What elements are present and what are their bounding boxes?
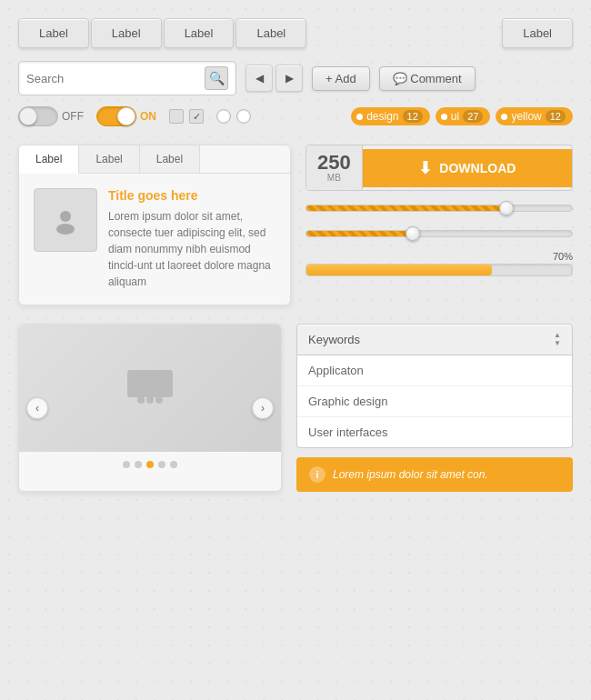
- slider-1[interactable]: [306, 200, 573, 216]
- tab-4[interactable]: Label: [235, 18, 306, 48]
- card-tab-1[interactable]: Label: [19, 145, 79, 174]
- card-body-text: Lorem ipsum dolor sit amet, consecte tue…: [108, 208, 275, 290]
- download-label: DOWNLOAD: [439, 161, 516, 175]
- radio-1[interactable]: [216, 109, 231, 124]
- slider-2-track: [306, 230, 573, 237]
- toggle-on[interactable]: ON: [96, 106, 156, 126]
- toggle-on-track[interactable]: [96, 106, 136, 126]
- toggle-on-label: ON: [140, 110, 156, 123]
- tag-dot: [356, 114, 363, 120]
- card-tab-2[interactable]: Label: [79, 145, 139, 173]
- tags-row: design 12 ui 27 yellow 12: [351, 107, 573, 125]
- checkbox-unchecked[interactable]: [169, 109, 184, 124]
- dropdown-arrows-icon: ▲ ▼: [554, 332, 561, 347]
- tag-label: ui: [451, 110, 459, 123]
- toggle-off-label: OFF: [62, 110, 84, 123]
- carousel-dot-4[interactable]: [158, 461, 165, 468]
- controls-row: OFF ON ✓ design 12: [18, 106, 573, 126]
- tag-label: design: [366, 110, 398, 123]
- dropdown-header[interactable]: Keywords ▲ ▼: [296, 324, 573, 355]
- arrow-down-icon: ▼: [554, 340, 561, 347]
- card-tab-3[interactable]: Label: [140, 145, 200, 173]
- tab-1[interactable]: Label: [18, 18, 89, 48]
- radio-2[interactable]: [236, 109, 251, 124]
- tag-count: 12: [546, 110, 566, 123]
- carousel-dot-5[interactable]: [170, 461, 177, 468]
- svg-point-3: [137, 396, 145, 404]
- tab-3[interactable]: Label: [164, 18, 235, 48]
- comment-button[interactable]: 💬 Comment: [379, 66, 476, 91]
- slider-1-thumb[interactable]: [499, 201, 514, 215]
- tag-design[interactable]: design 12: [351, 107, 430, 125]
- bottom-section: ‹ › Keywords ▲ ▼ Applicaton Graphic: [18, 324, 573, 492]
- download-size-number: 250: [317, 153, 351, 173]
- slider-2[interactable]: [306, 225, 573, 242]
- progress-fill: [306, 265, 492, 275]
- info-bar: i Lorem ipsum dolor sit amet con.: [296, 457, 573, 492]
- download-panel: 250 MB ⬇ DOWNLOAD: [306, 145, 573, 305]
- search-icon-button[interactable]: 🔍: [205, 66, 228, 90]
- dropdown-item-3[interactable]: User interfaces: [297, 417, 572, 447]
- download-box: 250 MB ⬇ DOWNLOAD: [306, 145, 573, 191]
- slider-2-thumb[interactable]: [406, 226, 420, 241]
- image-carousel: ‹ ›: [18, 324, 282, 492]
- dropdown-item-2[interactable]: Graphic design: [297, 386, 572, 417]
- toggle-off-track[interactable]: [18, 106, 58, 126]
- search-input[interactable]: [26, 72, 205, 85]
- info-icon: i: [309, 466, 326, 483]
- tag-count: 12: [403, 110, 423, 123]
- slider-1-track: [306, 205, 573, 212]
- tag-count: 27: [463, 110, 483, 123]
- download-button[interactable]: ⬇ DOWNLOAD: [363, 149, 572, 187]
- svg-point-4: [146, 396, 154, 404]
- carousel-prev-arrow[interactable]: ‹: [26, 397, 48, 419]
- carousel-dot-1[interactable]: [123, 461, 130, 468]
- radio-group: [216, 109, 251, 124]
- download-size-unit: MB: [317, 173, 351, 183]
- tag-label: yellow: [511, 110, 541, 123]
- dropdown-panel: Keywords ▲ ▼ Applicaton Graphic design U…: [296, 324, 573, 492]
- progress-section: 70%: [306, 251, 573, 276]
- carousel-dot-2[interactable]: [135, 461, 142, 468]
- carousel-image: [19, 325, 281, 452]
- carousel-next-arrow[interactable]: ›: [252, 397, 274, 419]
- progress-track: [306, 264, 573, 276]
- toggle-off-thumb: [19, 107, 37, 125]
- arrow-up-icon: ▲: [554, 332, 561, 339]
- add-button[interactable]: + Add: [312, 66, 370, 91]
- tag-yellow[interactable]: yellow 12: [496, 107, 573, 125]
- slider-2-fill: [306, 231, 413, 236]
- tag-ui[interactable]: ui 27: [436, 107, 491, 125]
- svg-point-0: [60, 211, 71, 222]
- download-icon: ⬇: [418, 158, 432, 178]
- checkbox-checked[interactable]: ✓: [189, 109, 204, 124]
- carousel-dots: [19, 452, 281, 477]
- card-section: Label Label Label Title goes here Lorem …: [18, 145, 573, 305]
- tabs-card: Label Label Label Title goes here Lorem …: [18, 145, 291, 305]
- card-body: Title goes here Lorem ipsum dolor sit am…: [19, 174, 290, 305]
- tag-dot: [501, 114, 507, 120]
- tag-dot: [441, 114, 447, 120]
- checkbox-group: ✓: [169, 109, 204, 124]
- dropdown-list: Applicaton Graphic design User interface…: [296, 355, 573, 448]
- download-size: 250 MB: [306, 145, 363, 190]
- slider-1-fill: [306, 205, 506, 211]
- card-thumbnail: [34, 188, 97, 252]
- card-content: Title goes here Lorem ipsum dolor sit am…: [108, 188, 275, 290]
- toggle-off[interactable]: OFF: [18, 106, 84, 126]
- tab-2[interactable]: Label: [91, 18, 162, 48]
- tab-5[interactable]: Label: [502, 18, 573, 48]
- svg-point-1: [56, 224, 75, 235]
- dropdown-header-label: Keywords: [308, 333, 360, 346]
- svg-point-5: [155, 396, 163, 404]
- card-tabs: Label Label Label: [19, 145, 290, 174]
- nav-buttons: ◀ ▶: [245, 65, 303, 92]
- dropdown-item-1[interactable]: Applicaton: [297, 355, 572, 386]
- prev-button[interactable]: ◀: [245, 65, 273, 92]
- search-box: 🔍: [18, 61, 236, 95]
- toggle-on-thumb: [117, 107, 135, 125]
- carousel-dot-3-active[interactable]: [146, 461, 154, 468]
- next-button[interactable]: ▶: [275, 65, 303, 92]
- progress-label: 70%: [306, 251, 573, 262]
- info-bar-text: Lorem ipsum dolor sit amet con.: [333, 468, 488, 481]
